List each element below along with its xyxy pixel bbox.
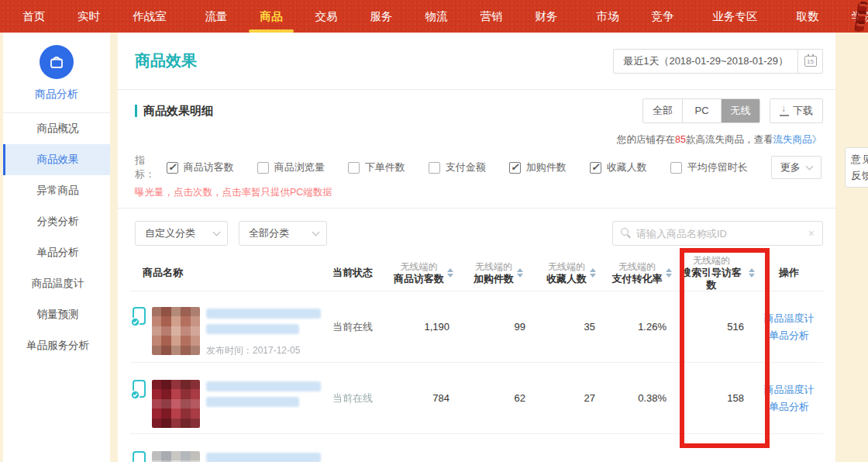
- section-bar: 商品效果明细 全部 PC 无线 下载: [118, 90, 835, 132]
- metric-order-items[interactable]: 下单件数: [348, 160, 405, 174]
- toggle-all[interactable]: 全部: [643, 99, 682, 122]
- sort-icon[interactable]: [590, 268, 596, 278]
- col-prefix: 无线端的: [475, 260, 512, 273]
- product-image[interactable]: [152, 307, 200, 355]
- nav-item-market[interactable]: 市场: [580, 0, 636, 33]
- date-range-picker[interactable]: 最近1天（2018-01-29~2018-01-29） 15: [613, 49, 823, 74]
- nav-item-war-room[interactable]: 作战室: [116, 0, 183, 33]
- product-thermometer-link[interactable]: 商品温度计: [764, 383, 815, 397]
- single-product-analysis-link[interactable]: 单品分析: [769, 329, 809, 343]
- blurred-product-title: [206, 453, 321, 462]
- nav-item-data-extract[interactable]: 取数: [780, 0, 835, 33]
- feedback-tab[interactable]: 意见反馈: [845, 147, 868, 188]
- all-category-select[interactable]: 全部分类: [239, 221, 327, 246]
- more-metrics-button[interactable]: 更多: [771, 156, 822, 179]
- nav-item-traffic[interactable]: 流量: [189, 0, 244, 33]
- product-image[interactable]: [152, 451, 200, 462]
- nav-item-marketing[interactable]: 营销: [464, 0, 519, 33]
- pc-only-note: 曝光量，点击次数，点击率暂只提供PC端数据: [118, 181, 835, 200]
- metric-avg-stay-time[interactable]: 平均停留时长: [670, 160, 748, 174]
- pay-cvr-cell: 1.26%: [606, 321, 677, 333]
- actions-cell: 商品温度计 单品分析: [755, 383, 823, 414]
- sidebar-section-title: 商品分析: [3, 88, 110, 102]
- metric-label: 平均停留时长: [687, 160, 748, 174]
- mobile-online-icon: [130, 451, 149, 462]
- metric-cart-items[interactable]: 加购件数: [509, 160, 567, 174]
- favorites-cell: 35: [536, 321, 606, 333]
- metric-product-visitors[interactable]: 商品访客数: [167, 160, 234, 174]
- accent-bar: [135, 105, 137, 117]
- sidebar-item-single-product-analysis[interactable]: 单品分析: [3, 237, 110, 268]
- nav-item-home[interactable]: 首页: [6, 0, 61, 33]
- col-wireless-search-visitors[interactable]: 无线端的搜索引导访客数: [677, 254, 755, 291]
- sidebar-item-sales-forecast[interactable]: 销量预测: [3, 299, 110, 330]
- custom-category-select[interactable]: 自定义分类: [135, 221, 228, 246]
- publish-time: 发布时间：2017-12-05: [206, 344, 321, 357]
- calendar-icon[interactable]: 15: [797, 50, 822, 73]
- actions-cell: 商品温度计 单品分析: [755, 312, 823, 343]
- table-row: 当前在线 784 62 27 0.38% 158 商品温度计 单品分析: [130, 362, 823, 433]
- nav-item-service[interactable]: 服务: [354, 0, 409, 33]
- metric-label: 支付金额: [446, 160, 486, 174]
- product-search-input[interactable]: [636, 228, 807, 240]
- sidebar-item-category-analysis[interactable]: 分类分析: [3, 206, 110, 237]
- metric-favorites[interactable]: 收藏人数: [590, 160, 647, 174]
- sidebar: 商品分析 商品概况 商品效果 异常商品 分类分析 单品分析 商品温度计 销量预测…: [3, 33, 110, 462]
- status-cell: 当前在线: [319, 320, 387, 334]
- product-cell: 发布时间：2017-12-05: [130, 296, 319, 357]
- col-wireless-pay-cvr[interactable]: 无线端的支付转化率: [606, 260, 677, 285]
- nav-item-finance[interactable]: 财务: [519, 0, 574, 33]
- metric-product-views[interactable]: 商品浏览量: [257, 160, 325, 174]
- checkbox-icon[interactable]: [348, 162, 360, 174]
- col-wireless-visitors[interactable]: 无线端的商品访客数: [387, 260, 460, 285]
- sidebar-item-single-product-service[interactable]: 单品服务分析: [3, 330, 110, 361]
- col-wireless-favorites[interactable]: 无线端的收藏人数: [536, 260, 606, 285]
- download-button[interactable]: 下载: [770, 98, 823, 123]
- checkbox-icon[interactable]: [257, 162, 269, 174]
- sort-icon[interactable]: [749, 268, 755, 278]
- metric-pay-amount[interactable]: 支付金额: [429, 160, 486, 174]
- toggle-wireless[interactable]: 无线: [721, 99, 760, 122]
- section-title-text: 商品效果明细: [143, 104, 213, 119]
- main-content: 商品效果 最近1天（2018-01-29~2018-01-29） 15 商品效果…: [118, 33, 835, 462]
- sidebar-item-product-overview[interactable]: 商品概况: [3, 113, 110, 144]
- col-wireless-cart[interactable]: 无线端的加购件数: [460, 260, 536, 285]
- sort-icon[interactable]: [517, 268, 523, 278]
- product-image[interactable]: [152, 380, 200, 428]
- checkbox-icon[interactable]: [509, 162, 521, 174]
- checkbox-icon[interactable]: [670, 162, 682, 174]
- nav-item-business-zone[interactable]: 业务专区: [697, 0, 774, 33]
- product-search-box: ×: [612, 221, 823, 246]
- nav-item-realtime[interactable]: 实时: [61, 0, 116, 33]
- nav-item-logistics[interactable]: 物流: [409, 0, 464, 33]
- sidebar-item-product-thermometer[interactable]: 商品温度计: [3, 268, 110, 299]
- nav-item-trade[interactable]: 交易: [299, 0, 354, 33]
- checkbox-icon[interactable]: [590, 162, 601, 174]
- nav-item-competition[interactable]: 竞争: [636, 0, 691, 33]
- checkbox-icon[interactable]: [429, 162, 440, 174]
- col-actions: 操作: [755, 266, 823, 280]
- product-effect-table: 商品名称 当前状态 无线端的商品访客数 无线端的加购件数 无线端的收藏人数 无线…: [130, 255, 823, 462]
- sidebar-header: 商品分析: [3, 33, 110, 113]
- toggle-pc[interactable]: PC: [682, 99, 721, 122]
- search-icon: [621, 228, 632, 239]
- more-label: 更多: [780, 160, 801, 174]
- loss-products-link[interactable]: 流失商品》: [773, 134, 822, 145]
- sort-icon[interactable]: [666, 268, 672, 278]
- loss-count: 85: [675, 134, 686, 145]
- table-row: 发布时间：2017-12-05 当前在线 1,190 99 35 1.26% 5…: [130, 291, 823, 362]
- product-thermometer-link[interactable]: 商品温度计: [764, 312, 815, 326]
- pay-cvr-cell: 0.38%: [606, 392, 677, 404]
- sidebar-item-product-effect[interactable]: 商品效果: [3, 144, 110, 175]
- sidebar-item-abnormal-products[interactable]: 异常商品: [3, 175, 110, 206]
- clear-search-icon[interactable]: ×: [807, 227, 816, 240]
- blurred-product-title: [206, 324, 299, 334]
- col-label: 加购件数: [474, 273, 514, 285]
- sort-icon[interactable]: [447, 268, 453, 278]
- loss-products-notice: 您的店铺存在85款高流失商品，查看流失商品》: [118, 132, 835, 147]
- checkbox-icon[interactable]: [167, 162, 178, 174]
- nav-item-product[interactable]: 商品: [244, 0, 299, 33]
- table-header-row: 商品名称 当前状态 无线端的商品访客数 无线端的加购件数 无线端的收藏人数 无线…: [130, 255, 823, 291]
- single-product-analysis-link[interactable]: 单品分析: [769, 400, 809, 414]
- table-row: 商品温度计: [130, 433, 823, 462]
